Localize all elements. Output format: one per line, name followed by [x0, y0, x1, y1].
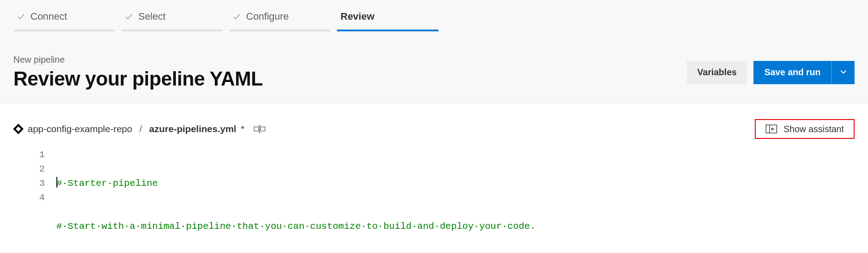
checkmark-icon — [233, 13, 241, 21]
rename-icon[interactable] — [253, 125, 266, 133]
repo-icon — [11, 122, 25, 136]
header-actions: Variables Save and run — [687, 61, 855, 84]
svg-rect-3 — [261, 127, 265, 131]
save-and-run-split-button: Save and run — [753, 61, 855, 84]
step-select[interactable]: Select — [121, 6, 223, 31]
file-name[interactable]: azure-pipelines.yml — [149, 124, 236, 134]
step-configure[interactable]: Configure — [229, 6, 331, 31]
line-number: 3 — [13, 176, 45, 191]
svg-rect-2 — [254, 127, 259, 131]
panel-expand-icon — [766, 124, 777, 133]
code-line: #·Starter·pipeline — [56, 176, 855, 191]
step-label: Select — [138, 11, 166, 22]
title-block: New pipeline Review your pipeline YAML — [13, 55, 263, 90]
show-assistant-label: Show assistant — [783, 124, 844, 134]
breadcrumb: New pipeline — [13, 55, 263, 65]
path-separator: / — [139, 124, 142, 134]
line-gutter: 1 2 3 4 — [13, 148, 56, 253]
yaml-editor[interactable]: 1 2 3 4 #·Starter·pipeline #·Start·with·… — [0, 148, 868, 253]
line-number: 4 — [13, 191, 45, 205]
step-label: Connect — [30, 11, 67, 22]
save-and-run-button[interactable]: Save and run — [753, 61, 831, 84]
pipeline-stepper: Connect Select Configure Review — [13, 0, 438, 31]
editor-toolbar: app-config-example-repo / azure-pipeline… — [0, 104, 868, 148]
checkmark-icon — [17, 13, 25, 21]
step-connect[interactable]: Connect — [13, 6, 115, 31]
file-path: app-config-example-repo / azure-pipeline… — [13, 124, 266, 134]
line-number: 2 — [13, 162, 45, 176]
wizard-header-region: Connect Select Configure Review New pipe… — [0, 0, 868, 104]
line-number: 1 — [13, 148, 45, 162]
checkmark-icon — [125, 13, 133, 21]
dirty-indicator: * — [241, 124, 244, 134]
page-title: Review your pipeline YAML — [13, 68, 263, 90]
save-and-run-dropdown[interactable] — [831, 61, 855, 84]
title-row: New pipeline Review your pipeline YAML V… — [13, 55, 855, 90]
code-line: #·Start·with·a·minimal·pipeline·that·you… — [56, 219, 855, 234]
show-assistant-button[interactable]: Show assistant — [755, 119, 855, 139]
step-label: Review — [340, 11, 374, 22]
code-area[interactable]: #·Starter·pipeline #·Start·with·a·minima… — [56, 148, 855, 253]
step-label: Configure — [246, 11, 289, 22]
chevron-down-icon — [839, 68, 847, 77]
variables-button[interactable]: Variables — [687, 61, 748, 84]
repo-name[interactable]: app-config-example-repo — [28, 124, 132, 134]
step-review[interactable]: Review — [337, 6, 438, 31]
